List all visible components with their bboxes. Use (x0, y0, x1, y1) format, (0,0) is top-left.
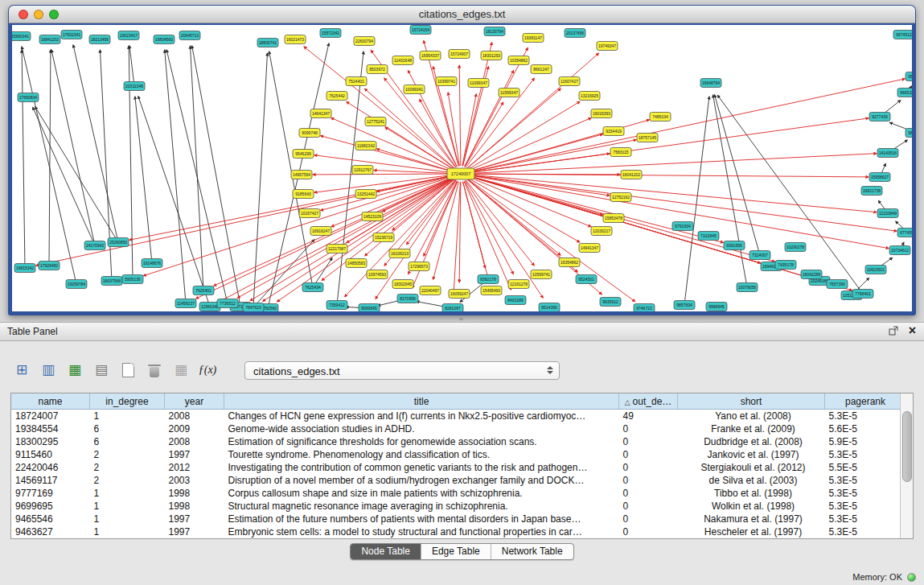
graph-node[interactable]: 14941347 (579, 244, 600, 253)
graph-node[interactable]: 12103849 (877, 209, 898, 218)
graph-node[interactable]: 10167427 (299, 209, 320, 218)
cell-short[interactable]: Jankovic et al. (1997) (678, 448, 825, 461)
graph-node[interactable]: 9635612 (600, 298, 621, 307)
graph-node[interactable]: 18757145 (637, 134, 658, 142)
col-header-year[interactable]: year (165, 393, 224, 410)
cell-in-degree[interactable]: 1 (90, 500, 165, 513)
graph-node[interactable]: 15572341 (320, 29, 341, 38)
cell-out-de[interactable]: 0 (619, 461, 678, 474)
graph-node[interactable]: 12161278 (508, 280, 529, 289)
graph-node[interactable]: 11431648 (392, 56, 413, 65)
cell-name[interactable]: 19384554 (11, 422, 90, 435)
graph-node[interactable]: 15724907 (449, 50, 470, 59)
graph-node[interactable]: 14523109 (362, 212, 383, 221)
graph-node[interactable]: 18301293 (481, 51, 502, 60)
graph-node[interactable]: 10734612 (889, 246, 910, 255)
tab-edge-table[interactable]: Edge Table (421, 544, 491, 559)
cell-year[interactable]: 1997 (165, 525, 224, 538)
graph-node[interactable]: 14957594 (291, 171, 312, 179)
cell-short[interactable]: Franke et al. (2009) (678, 422, 825, 435)
cell-in-degree[interactable]: 1 (90, 513, 165, 525)
new-column-icon[interactable] (119, 360, 137, 380)
graph-node[interactable]: 16106213 (389, 249, 410, 258)
graph-node[interactable]: 20137456 (565, 29, 585, 38)
graph-node[interactable]: 11599347 (499, 89, 519, 97)
graph-node[interactable]: 5905136 (122, 275, 143, 284)
graph-node[interactable]: 7524401 (346, 77, 367, 86)
graph-node[interactable]: 24170943 (84, 241, 105, 250)
cell-out-de[interactable]: 0 (619, 487, 678, 500)
graph-node[interactable]: 7102845 (698, 232, 719, 241)
graph-node[interactable]: 16954337 (420, 51, 441, 60)
cell-name[interactable]: 9115460 (11, 448, 90, 461)
graph-node[interactable]: 7485034 (650, 113, 671, 122)
graph-node[interactable]: 8503972 (367, 65, 388, 74)
cell-short[interactable]: de Silva et al. (2003) (678, 474, 825, 487)
graph-node[interactable]: 19148676 (142, 259, 162, 268)
col-header-title[interactable]: title (224, 393, 619, 410)
cell-name[interactable]: 14569117 (11, 474, 90, 487)
cell-name[interactable]: 9699695 (11, 500, 90, 513)
cell-name[interactable]: 18724007 (11, 410, 90, 423)
graph-node[interactable]: 7625401 (193, 286, 214, 295)
graph-node[interactable]: 17296573 (409, 262, 429, 271)
cell-title[interactable]: Corpus callosum shape and size in male p… (224, 487, 619, 500)
graph-node[interactable]: 17602341 (61, 31, 82, 39)
graph-node[interactable]: 16815342 (14, 264, 35, 273)
cell-title[interactable]: Changes of HCN gene expression and I(f) … (224, 410, 619, 423)
graph-node[interactable]: 9099748 (299, 129, 320, 138)
cell-out-de[interactable]: 0 (619, 513, 678, 525)
graph-node[interactable]: 8281067 (442, 304, 463, 312)
col-header-name[interactable]: name (11, 393, 90, 410)
graph-node[interactable]: 8392178 (478, 275, 499, 284)
graph-node[interactable]: 19749347 (597, 42, 618, 51)
graph-node[interactable]: 9968945 (706, 303, 727, 311)
network-svg[interactable]: 1604120212752162158534781203021714941347… (12, 25, 912, 311)
cell-year[interactable]: 2008 (165, 435, 224, 448)
cell-out-de[interactable]: 0 (619, 435, 678, 448)
graph-node[interactable]: 10079056 (737, 283, 758, 292)
cell-in-degree[interactable]: 2 (90, 461, 165, 474)
table-row[interactable]: 977716911998Corpus callosum shape and si… (11, 487, 906, 500)
graph-node[interactable]: 12775241 (365, 117, 386, 126)
graph-node[interactable]: 10290278 (785, 243, 806, 252)
graph-node[interactable]: 19381147 (523, 34, 544, 43)
graph-node[interactable]: 15660341 (12, 32, 31, 41)
network-window-titlebar[interactable]: citations_edges.txt (9, 6, 915, 23)
function-builder-icon[interactable]: ƒ(x) (199, 360, 216, 380)
col-header-in-degree[interactable]: in_degree (90, 393, 165, 410)
graph-node[interactable]: 9546299 (293, 150, 314, 159)
col-header-out-de[interactable]: △out_de… (619, 393, 678, 410)
cell-title[interactable]: Estimation of the future numbers of pati… (224, 513, 619, 525)
graph-node[interactable]: 20311346 (124, 82, 145, 91)
graph-node[interactable]: 6774595 (897, 229, 912, 237)
graph-node[interactable]: 8069845 (359, 304, 380, 312)
close-panel-icon[interactable]: × (909, 325, 916, 336)
graph-node[interactable]: 19834560 (154, 35, 175, 44)
cell-title[interactable]: Structural magnetic resonance image aver… (224, 500, 619, 513)
cell-name[interactable]: 9777169 (11, 487, 90, 500)
graph-node[interactable]: 16041202 (621, 171, 642, 179)
cell-in-degree[interactable]: 2 (90, 474, 165, 487)
graph-node[interactable]: 13251442 (355, 190, 376, 199)
graph-node[interactable]: 9185643 (293, 190, 314, 199)
table-row[interactable]: 1872400712008Changes of HCN gene express… (11, 410, 906, 423)
graph-node[interactable]: 9554172 (906, 72, 912, 81)
graph-node[interactable]: 18213456 (89, 35, 110, 44)
table-chooser-select[interactable]: citations_edges.txt (244, 361, 560, 380)
cell-title[interactable]: Estimation of significance thresholds fo… (224, 435, 619, 448)
graph-node[interactable]: 11682342 (355, 142, 376, 150)
graph-node[interactable]: 12217987 (326, 245, 347, 253)
graph-node[interactable]: 11459237 (175, 299, 196, 308)
cell-pagerank[interactable]: 5.6E-5 (825, 422, 906, 435)
cell-year[interactable]: 1997 (165, 448, 224, 461)
table-row[interactable]: 946362711997Embryonic stem cells: a mode… (11, 525, 906, 538)
graph-node[interactable]: 15236719 (373, 233, 394, 242)
cell-short[interactable]: Stergiakouli et al. (2012) (678, 461, 825, 474)
graph-node[interactable]: 9857834 (674, 301, 695, 310)
cell-year[interactable]: 1997 (165, 513, 224, 525)
table-row[interactable]: 1830029562008Estimation of significance … (11, 435, 906, 448)
graph-node[interactable]: 19259784 (66, 280, 87, 289)
cell-short[interactable]: Dudbridge et al. (2008) (678, 435, 825, 448)
cell-year[interactable]: 2003 (165, 474, 224, 487)
